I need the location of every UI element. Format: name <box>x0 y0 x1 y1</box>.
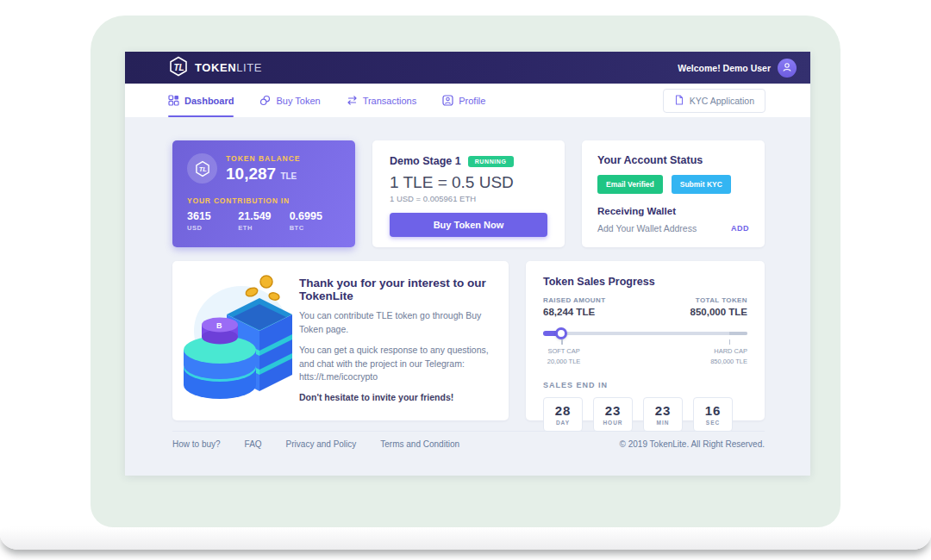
add-wallet-link[interactable]: ADD <box>731 224 749 233</box>
tab-label: Buy Token <box>276 96 320 106</box>
soft-cap: SOFT CAP 20,000 TLE <box>547 346 581 367</box>
raised-amount: RAISED AMOUNT 68,244 TLE <box>543 296 605 317</box>
soft-cap-tick <box>561 339 563 345</box>
footer-link-how-to-buy[interactable]: How to buy? <box>172 439 221 449</box>
tab-dashboard[interactable]: Dashboard <box>168 84 234 117</box>
buy-token-now-button[interactable]: Buy Token Now <box>390 213 547 237</box>
dashboard-footer: How to buy? FAQ Privacy and Policy Terms… <box>172 431 765 457</box>
wallet-placeholder-text: Add Your Wallet Address <box>597 223 697 233</box>
tab-label: Profile <box>459 96 485 106</box>
token-rate: 1 TLE = 0.5 USD <box>390 173 547 192</box>
laptop-base <box>0 527 931 550</box>
balance-amount: 10,287 TLE <box>226 165 301 184</box>
footer-link-faq[interactable]: FAQ <box>245 439 262 449</box>
sales-progress-slider <box>543 327 747 339</box>
brand-name: TOKENLITE <box>195 61 262 74</box>
hard-cap: HARD CAP 850,000 TLE <box>710 346 747 367</box>
detail-row: B Thank you for your interest to our Tok… <box>172 261 765 420</box>
brand-logo[interactable]: TL TOKENLITE <box>168 56 262 80</box>
countdown: 28 DAY 23 HOUR 23 MIN 16 <box>543 397 747 432</box>
coins-illustration: B <box>179 271 296 412</box>
svg-text:B: B <box>216 321 222 330</box>
balance-label: TOKEN BALANCE <box>226 154 301 163</box>
submit-kyc-badge[interactable]: Submit KYC <box>672 175 731 194</box>
thank-you-paragraph-3: Don't hesitate to invite your friends! <box>299 391 490 405</box>
profile-icon <box>442 95 453 106</box>
progress-amounts: RAISED AMOUNT 68,244 TLE TOTAL TOKEN 850… <box>543 296 747 317</box>
account-status-title: Your Account Status <box>597 154 749 166</box>
user-avatar[interactable] <box>778 59 797 78</box>
user-area: Welcome! Demo User <box>678 59 797 78</box>
welcome-text: Welcome! Demo User <box>678 63 771 73</box>
thank-you-title: Thank you for your interest to our Token… <box>299 277 490 302</box>
dashboard-window: TL TOKENLITE Welcome! Demo User <box>125 52 810 476</box>
sale-stage-card: Demo Stage 1 RUNNING 1 TLE = 0.5 USD 1 U… <box>372 140 565 247</box>
kyc-application-button[interactable]: KYC Application <box>663 89 765 113</box>
total-token: TOTAL TOKEN 850,000 TLE <box>690 296 747 317</box>
tab-buy-token[interactable]: Buy Token <box>259 84 320 117</box>
receiving-wallet-title: Receiving Wallet <box>597 206 749 216</box>
contribution-row: 3615 USD 21.549 ETH 0.6995 BTC <box>187 210 341 232</box>
top-navbar: TL TOKENLITE Welcome! Demo User <box>125 52 810 84</box>
svg-text:TL: TL <box>198 165 207 173</box>
tab-label: Dashboard <box>184 96 234 106</box>
hard-cap-tick <box>729 339 731 345</box>
account-status-card: Your Account Status Email Verified Submi… <box>582 140 765 247</box>
tab-bar: Dashboard Buy Token Tran <box>125 84 810 117</box>
contribution-eth: 21.549 ETH <box>238 210 289 232</box>
status-badge: RUNNING <box>468 156 514 167</box>
balance-info: TOKEN BALANCE 10,287 TLE <box>226 154 301 184</box>
token-logo-icon: TL <box>187 153 217 184</box>
sales-end-label: SALES END IN <box>543 381 747 389</box>
contribution-btc: 0.6995 BTC <box>290 210 341 232</box>
contribution-label: YOUR CONTRIBUTION IN <box>187 196 341 205</box>
tab-profile[interactable]: Profile <box>442 84 485 117</box>
stage-title: Demo Stage 1 <box>390 155 461 167</box>
stage-header: Demo Stage 1 RUNNING <box>390 155 547 167</box>
dashboard-content: TL TOKEN BALANCE 10,287 TLE YOUR CONTRIB… <box>125 117 810 476</box>
thank-you-paragraph-1: You can contribute TLE token go through … <box>299 309 490 337</box>
countdown-day: 28 DAY <box>543 397 583 432</box>
countdown-hour: 23 HOUR <box>593 397 633 432</box>
slider-track-end <box>729 332 747 335</box>
token-sales-progress-card: Token Sales Progress RAISED AMOUNT 68,24… <box>526 261 765 420</box>
person-icon <box>782 60 792 76</box>
document-icon <box>674 95 684 107</box>
countdown-min: 23 MIN <box>643 397 683 432</box>
email-verified-badge[interactable]: Email Verified <box>597 175 663 194</box>
svg-text:TL: TL <box>174 62 184 72</box>
account-badges: Email Verified Submit KYC <box>597 175 749 194</box>
countdown-sec: 16 SEC <box>693 397 733 432</box>
progress-title: Token Sales Progress <box>543 276 747 288</box>
tab-label: Transactions <box>363 96 417 106</box>
contribution-usd: 3615 USD <box>187 210 238 232</box>
token-sub-rate: 1 USD = 0.005961 ETH <box>390 194 547 203</box>
tokenlite-logo-icon: TL <box>168 56 189 80</box>
footer-link-privacy[interactable]: Privacy and Policy <box>286 439 357 449</box>
footer-link-terms[interactable]: Terms and Condition <box>380 439 459 449</box>
thank-you-text: Thank you for your interest to our Token… <box>296 277 490 405</box>
slider-track <box>543 332 747 335</box>
balance-header: TL TOKEN BALANCE 10,287 TLE <box>187 153 341 184</box>
swap-arrows-icon <box>347 95 358 106</box>
progress-handle[interactable] <box>555 327 567 339</box>
dashboard-icon <box>168 95 179 106</box>
summary-row: TL TOKEN BALANCE 10,287 TLE YOUR CONTRIB… <box>172 140 765 247</box>
thank-you-card: B Thank you for your interest to our Tok… <box>172 261 509 420</box>
coins-icon <box>259 95 271 106</box>
kyc-button-label: KYC Application <box>690 96 754 106</box>
wallet-row: Add Your Wallet Address ADD <box>597 223 749 233</box>
thank-you-paragraph-2: You can get a quick response to any ques… <box>299 344 490 384</box>
cap-labels: SOFT CAP 20,000 TLE HARD CAP 850,000 TLE <box>543 346 747 372</box>
copyright-text: © 2019 TokenLite. All Right Reserved. <box>620 439 765 449</box>
page: TL TOKENLITE Welcome! Demo User <box>0 0 931 560</box>
token-balance-card: TL TOKEN BALANCE 10,287 TLE YOUR CONTRIB… <box>172 140 355 247</box>
tab-transactions[interactable]: Transactions <box>347 84 417 117</box>
